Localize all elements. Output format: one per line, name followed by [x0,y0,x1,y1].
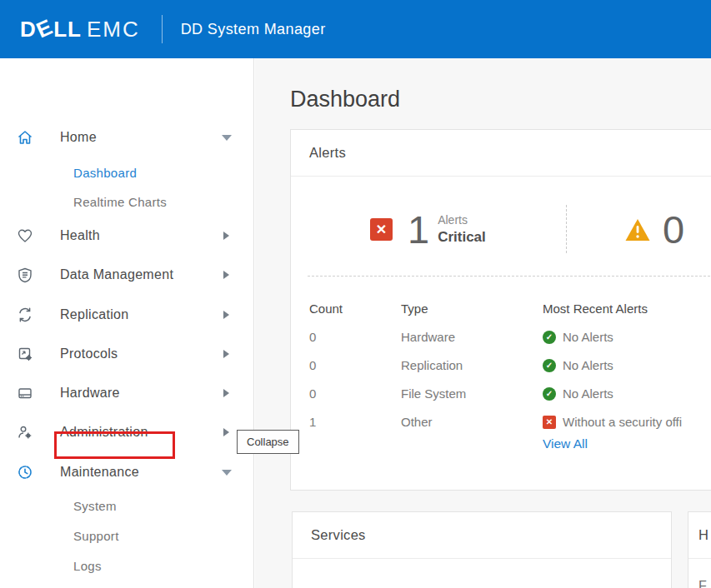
warning-count: 0 [663,207,684,252]
sidebar-item-dashboard[interactable]: Dashboard [0,162,254,183]
sidebar-item-label: Hardware [60,386,120,401]
chevron-down-icon[interactable] [222,470,232,476]
alerts-table-header: Count Type Most Recent Alerts [291,301,711,320]
heart-icon [17,227,33,244]
sidebar-item-label: Replication [60,307,128,322]
sidebar-item-replication[interactable]: Replication [0,304,254,326]
chevron-right-icon[interactable] [223,389,229,397]
cell-count: 1 [309,415,316,429]
critical-status-icon: ✕ [543,416,556,429]
sidebar-subitem-label: Logs [73,559,102,573]
column-header-count: Count [309,301,343,316]
sidebar-subitem-label: System [73,499,117,513]
right-panel: H F [688,511,711,588]
sidebar-item-ipmi[interactable]: IPMI [0,585,254,588]
chevron-right-icon[interactable] [223,232,229,240]
services-panel-title: Services [293,512,671,559]
chevron-right-icon[interactable] [223,311,229,319]
cell-message: No Alerts [563,358,613,372]
main-content: Dashboard Alerts ✕ 1 Alerts Critical 0 C… [255,58,711,588]
admin-gear-icon [17,424,33,441]
table-row: 0 File System ✓No Alerts [291,386,711,405]
sidebar-item-home[interactable]: Home [0,127,254,148]
shield-icon [17,267,33,283]
sidebar-item-label: Health [60,228,100,243]
critical-label-bottom: Critical [438,228,486,246]
sidebar-item-label: Data Management [60,267,173,282]
cell-message: Without a security offi [563,415,682,429]
right-panel-row-fragment: F [698,579,707,588]
column-header-recent: Most Recent Alerts [543,301,648,316]
clock-icon [17,464,33,481]
cell-count: 0 [309,358,316,372]
dell-emc-logo: DELL EMC [20,17,140,42]
cell-type: Replication [401,358,463,372]
sidebar-subitem-label: Dashboard [73,166,137,180]
app-title: DD System Manager [181,21,326,38]
header-divider [162,15,163,43]
ok-status-icon: ✓ [543,331,556,344]
cell-type: Other [401,415,433,429]
chevron-down-icon[interactable] [222,135,232,141]
sidebar-item-support[interactable]: Support [0,525,254,546]
sidebar-item-protocols[interactable]: Protocols [0,343,254,365]
right-panel-title: H [688,512,711,559]
table-row: 0 Replication ✓No Alerts [291,358,711,376]
sidebar-nav: Home Dashboard Realtime Charts Health Da… [0,58,254,588]
sidebar-subitem-label: Realtime Charts [73,195,167,209]
sidebar-item-label: Maintenance [60,465,139,480]
cell-count: 0 [309,386,316,401]
table-row: 1 Other ✕Without a security offi [291,415,711,433]
table-row: 0 Hardware ✓No Alerts [291,330,711,348]
logo-emc-text: EMC [87,17,140,42]
page-title: Dashboard [290,87,400,112]
sync-icon [17,306,33,323]
ok-status-icon: ✓ [543,359,556,372]
chevron-right-icon[interactable] [223,428,229,436]
protocols-icon [17,346,33,362]
drive-icon [17,385,33,401]
cell-type: Hardware [401,330,455,344]
cell-count: 0 [309,330,316,344]
alerts-panel-title: Alerts [291,130,711,177]
sidebar-item-realtime-charts[interactable]: Realtime Charts [0,191,254,212]
warning-triangle-icon [624,217,651,242]
critical-label-top: Alerts [438,213,486,228]
view-all-link[interactable]: View All [543,436,588,451]
app-header: DELL EMC DD System Manager [0,0,711,58]
dashed-separator [308,276,711,277]
chevron-right-icon[interactable] [223,350,229,358]
sidebar-item-health[interactable]: Health [0,225,254,247]
home-icon [17,129,33,146]
ok-status-icon: ✓ [543,387,556,401]
alerts-panel: Alerts ✕ 1 Alerts Critical 0 Count Type … [290,129,711,491]
stat-divider [566,205,567,253]
collapse-tooltip: Collapse [237,430,299,454]
sidebar-subitem-label: Support [73,529,119,543]
chevron-right-icon[interactable] [223,271,229,279]
cell-message: No Alerts [563,330,613,344]
warning-alerts-stat: 0 [624,207,684,252]
sidebar-item-logs[interactable]: Logs [0,555,254,576]
sidebar-item-hardware[interactable]: Hardware [0,382,254,404]
logo-dell-text: DELL [20,17,82,42]
critical-x-icon: ✕ [370,218,393,241]
sidebar-item-label: Protocols [60,346,118,361]
sidebar-item-label: Home [60,130,97,145]
sidebar-item-data-management[interactable]: Data Management [0,264,254,286]
cell-type: File System [401,386,466,401]
column-header-type: Type [401,301,428,316]
services-panel: Services [292,511,672,588]
sidebar-item-system[interactable]: System [0,495,254,516]
cell-message: No Alerts [563,386,613,401]
critical-alerts-stat: ✕ 1 Alerts Critical [370,207,486,252]
sidebar-item-maintenance[interactable]: Maintenance [0,461,254,483]
critical-count: 1 [408,207,429,252]
system-highlight-box [54,431,175,459]
